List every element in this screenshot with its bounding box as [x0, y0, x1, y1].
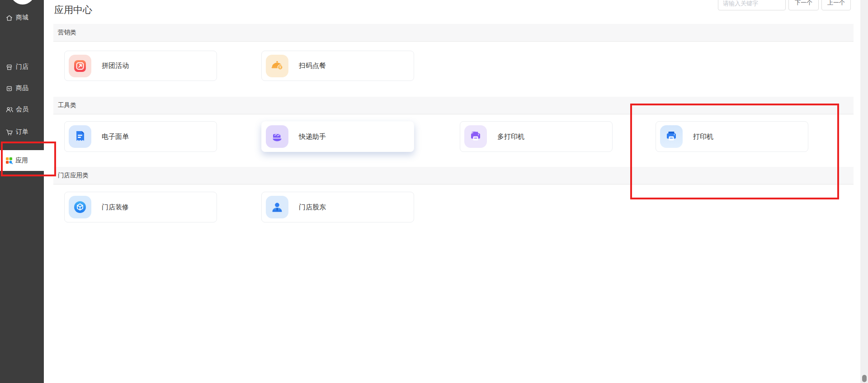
app-card-waybill[interactable]: 电子面单	[64, 121, 217, 152]
sidebar-item-label: 订单	[16, 128, 28, 136]
app-card-store-shareholder[interactable]: 门店股东	[261, 192, 414, 222]
search-input[interactable]	[718, 0, 786, 10]
sidebar-item-apps[interactable]: 应用	[0, 150, 44, 171]
app-card-scan-order[interactable]: 扫码点餐	[261, 51, 414, 81]
sidebar-item-label: 会员	[16, 105, 28, 113]
scrollbar-thumb[interactable]	[862, 375, 867, 382]
sidebar-item-goods[interactable]: 商品	[0, 81, 44, 95]
logo-avatar	[10, 0, 35, 5]
scrollbar-track	[860, 0, 868, 383]
multi-printer-icon	[464, 125, 487, 148]
app-card-printer[interactable]: 打印机	[656, 121, 808, 152]
page-title: 应用中心	[54, 4, 92, 16]
sidebar: 商城 门店 商品 会员	[0, 0, 44, 383]
sidebar-item-label: 门店	[16, 63, 28, 71]
app-card-label: 打印机	[693, 132, 713, 141]
scan-order-icon	[266, 55, 288, 77]
section-band-tools: 工具类	[53, 97, 854, 114]
prev-button[interactable]: 上一个	[821, 0, 851, 10]
apps-grid-icon	[5, 157, 13, 164]
app-card-express-helper[interactable]: 快递助手	[261, 121, 414, 152]
app-card-store-decoration[interactable]: 门店装修	[64, 192, 217, 222]
group-buy-icon	[69, 55, 91, 77]
section-title: 门店应用类	[58, 171, 89, 180]
section-band-store-apps: 门店应用类	[53, 167, 854, 184]
orders-cart-icon	[5, 128, 13, 136]
app-card-group-buy[interactable]: 拼团活动	[64, 51, 217, 81]
app-card-multi-printer[interactable]: 多打印机	[460, 121, 613, 152]
express-helper-icon	[266, 125, 288, 148]
waybill-icon	[69, 125, 91, 148]
goods-icon	[5, 85, 13, 92]
app-card-label: 扫码点餐	[299, 61, 326, 70]
home-icon	[5, 14, 13, 22]
app-card-label: 门店股东	[299, 203, 326, 212]
app-card-label: 多打印机	[497, 132, 524, 141]
app-card-label: 拼团活动	[102, 61, 129, 70]
sidebar-item-mall[interactable]: 商城	[0, 11, 44, 24]
sidebar-item-members[interactable]: 会员	[0, 103, 44, 116]
next-button[interactable]: 下一个	[788, 0, 819, 10]
printer-icon	[660, 125, 683, 148]
members-icon	[5, 106, 13, 113]
store-shareholder-icon	[266, 196, 288, 218]
sidebar-item-label: 应用	[15, 156, 28, 165]
sidebar-item-orders[interactable]: 订单	[0, 125, 44, 139]
app-center-page: 商城 门店 商品 会员	[0, 0, 868, 383]
sidebar-item-label: 商城	[16, 14, 28, 22]
section-band-marketing: 营销类	[53, 24, 854, 42]
store-decoration-icon	[69, 196, 91, 218]
sidebar-item-store[interactable]: 门店	[0, 60, 44, 74]
section-title: 营销类	[58, 28, 76, 37]
app-card-label: 电子面单	[102, 132, 129, 141]
app-card-label: 快递助手	[299, 132, 326, 141]
storefront-icon	[5, 63, 13, 71]
sidebar-item-label: 商品	[16, 84, 28, 92]
section-title: 工具类	[58, 101, 76, 109]
app-card-label: 门店装修	[102, 203, 129, 212]
